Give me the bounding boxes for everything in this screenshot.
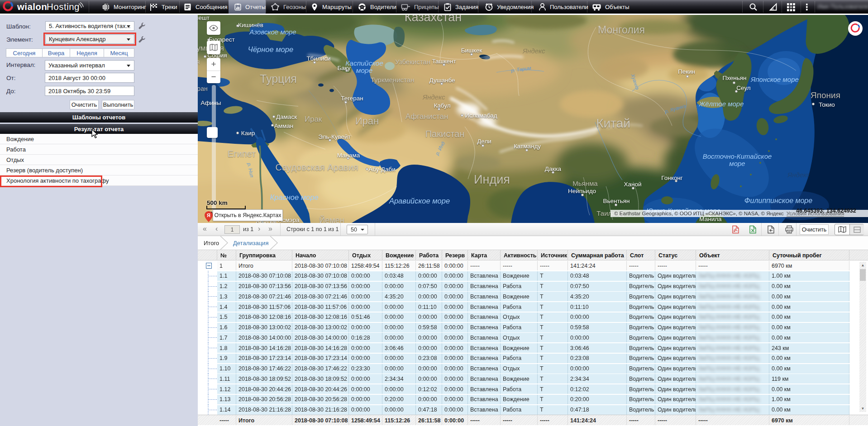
svg-text:Дамаск: Дамаск bbox=[276, 114, 297, 120]
svg-text:Египет: Египет bbox=[228, 149, 256, 159]
svg-text:Жёлтое море: Жёлтое море bbox=[698, 100, 744, 108]
svg-text:Турция: Турция bbox=[260, 72, 297, 85]
svg-text:Узбекистан: Узбекистан bbox=[395, 58, 430, 66]
svg-text:Исламабад: Исламабад bbox=[465, 112, 497, 119]
svg-text:Индия: Индия bbox=[474, 173, 510, 186]
svg-text:Кабул: Кабул bbox=[434, 102, 450, 109]
svg-text:Кишинёв: Кишинёв bbox=[238, 22, 263, 28]
svg-text:Японское море: Японское море bbox=[750, 76, 799, 83]
svg-text:Азовское море: Азовское море bbox=[249, 28, 296, 36]
svg-text:Афины: Афины bbox=[201, 99, 221, 106]
svg-text:Япония: Япония bbox=[811, 90, 840, 100]
svg-text:Филиппинское море: Филиппинское море bbox=[744, 197, 812, 204]
svg-text:Ирак: Ирак bbox=[305, 115, 322, 123]
svg-text:Афганистан: Афганистан bbox=[405, 112, 448, 121]
svg-text:Пекин: Пекин bbox=[678, 68, 695, 75]
svg-text:Катманду: Катманду bbox=[514, 143, 541, 150]
svg-text:Красное море: Красное море bbox=[270, 193, 318, 201]
svg-text:Нейпьидо: Нейпьидо bbox=[568, 188, 596, 194]
svg-text:Каспийское: Каспийское bbox=[345, 59, 383, 67]
svg-text:Йемен: Йемен bbox=[319, 215, 344, 223]
svg-text:Аравийское море: Аравийское море bbox=[389, 197, 450, 205]
svg-text:Амман: Амман bbox=[274, 123, 294, 129]
svg-text:Китай: Китай bbox=[596, 116, 630, 130]
svg-text:Мьянма: Мьянма bbox=[572, 180, 598, 187]
svg-text:Гонконг: Гонконг bbox=[661, 175, 682, 181]
svg-text:Восточно-Китайское: Восточно-Китайское bbox=[703, 152, 772, 160]
svg-text:Яндекс: Яндекс bbox=[422, 93, 445, 101]
svg-text:Тегеран: Тегеран bbox=[341, 95, 363, 102]
svg-text:Ханой: Ханой bbox=[624, 181, 641, 188]
svg-text:море: море bbox=[729, 160, 745, 167]
svg-text:пешт: пешт bbox=[198, 15, 210, 21]
svg-text:Пакистан: Пакистан bbox=[425, 129, 465, 139]
svg-text:Я: Я bbox=[207, 213, 210, 218]
svg-text:Тбилиси: Тбилиси bbox=[306, 55, 330, 62]
svg-text:Каир: Каир bbox=[241, 130, 255, 137]
svg-text:Иран: Иран bbox=[355, 115, 379, 127]
svg-text:Яндекс: Яндекс bbox=[787, 171, 810, 179]
svg-text:Ташкент: Ташкент bbox=[432, 58, 456, 65]
svg-text:море: море bbox=[356, 66, 373, 74]
svg-text:Hosting: Hosting bbox=[47, 1, 80, 12]
svg-text:ран: ран bbox=[198, 85, 208, 92]
svg-text:Сеул: Сеул bbox=[736, 85, 750, 91]
svg-text:Баку: Баку bbox=[337, 65, 350, 71]
svg-text:Душанбе: Душанбе bbox=[429, 77, 455, 84]
svg-text:Эль-Кувейт: Эль-Кувейт bbox=[318, 133, 351, 140]
svg-text:Монголия: Монголия bbox=[598, 24, 645, 36]
svg-text:Вьентьян: Вьентьян bbox=[603, 198, 630, 204]
svg-text:Яндекс: Яндекс bbox=[522, 47, 545, 55]
svg-text:Чёрное море: Чёрное море bbox=[248, 45, 293, 53]
svg-text:Пхеньян: Пхеньян bbox=[722, 75, 746, 81]
svg-text:Бишкек: Бишкек bbox=[461, 47, 482, 54]
svg-text:wialon: wialon bbox=[17, 1, 47, 12]
svg-text:Саудовская Аравия: Саудовская Аравия bbox=[275, 162, 358, 172]
svg-text:Казахстан: Казахстан bbox=[405, 15, 462, 24]
svg-text:Абу-Даби: Абу-Даби bbox=[368, 166, 396, 173]
svg-text:ия: ия bbox=[198, 58, 200, 66]
svg-text:Туркменистан: Туркменистан bbox=[371, 76, 415, 84]
svg-text:Дакка: Дакка bbox=[545, 166, 562, 172]
svg-text:Токио: Токио bbox=[819, 101, 835, 108]
svg-text:Дели: Дели bbox=[477, 138, 491, 145]
svg-text:Манама: Манама bbox=[337, 152, 360, 159]
